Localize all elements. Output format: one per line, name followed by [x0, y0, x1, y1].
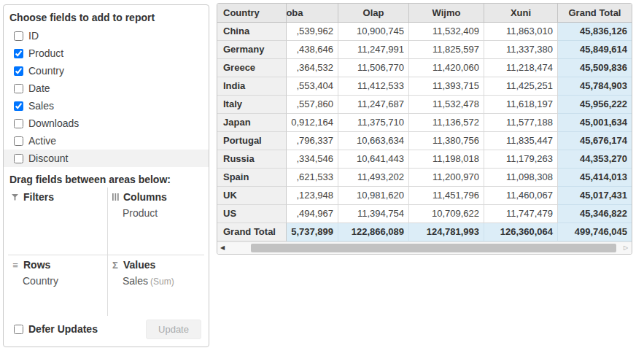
grid-cell[interactable]: 11,532,478 — [409, 96, 484, 114]
grid-cell[interactable]: 126,360,064 — [484, 223, 558, 241]
grid-cell[interactable]: ,553,404 — [287, 77, 338, 96]
grid-cell[interactable]: ,438,646 — [287, 41, 338, 59]
grid-cell[interactable]: ,557,860 — [287, 96, 338, 114]
scroll-left-arrow-icon[interactable]: ◀ — [217, 242, 228, 254]
grid-cell[interactable]: 11,394,754 — [338, 205, 409, 223]
grid-cell[interactable]: 499,746,045 — [558, 223, 632, 241]
grid-cell[interactable]: 10,981,620 — [338, 187, 409, 205]
field-item-id[interactable]: ID — [4, 27, 209, 44]
grid-row-header[interactable]: China — [217, 23, 287, 41]
grid-row-header[interactable]: Russia — [217, 150, 287, 169]
area-field-sales[interactable]: Sales(Sum) — [123, 274, 201, 290]
grid-column-header-aoba[interactable]: Aoba — [287, 4, 338, 22]
grid-cell[interactable]: ,539,962 — [287, 23, 338, 41]
grid-cell[interactable]: 11,532,409 — [409, 23, 484, 41]
grid-cell[interactable]: 44,353,270 — [558, 150, 632, 169]
grid-cell[interactable]: 10,663,634 — [338, 132, 409, 150]
field-item-discount[interactable]: Discount — [4, 150, 209, 167]
field-item-date[interactable]: Date — [4, 80, 209, 97]
grid-cell[interactable]: 11,337,380 — [484, 41, 558, 59]
grid-cell[interactable]: 11,825,597 — [409, 41, 484, 59]
grid-cell[interactable]: ,123,948 — [287, 187, 338, 205]
grid-row-header[interactable]: Portugal — [217, 132, 287, 150]
grid-cell[interactable]: 11,493,202 — [338, 169, 409, 187]
grid-cell[interactable]: 45,676,174 — [558, 132, 632, 150]
grid-cell[interactable]: 11,247,687 — [338, 96, 409, 114]
grid-cell[interactable]: 11,863,010 — [484, 23, 558, 41]
grid-cell[interactable]: 45,509,836 — [558, 59, 632, 77]
grid-row-header[interactable]: Germany — [217, 41, 287, 59]
grid-row-header[interactable]: Japan — [217, 114, 287, 132]
grid-column-header-wijmo[interactable]: Wijmo — [409, 4, 484, 22]
grid-cell[interactable]: 11,577,188 — [484, 114, 558, 132]
grid-cell[interactable]: 11,420,060 — [409, 59, 484, 77]
grid-horizontal-scrollbar[interactable]: ◀ ▷ — [217, 241, 632, 254]
field-item-downloads[interactable]: Downloads — [4, 115, 209, 132]
field-item-country[interactable]: Country — [4, 62, 209, 80]
field-checkbox-product[interactable] — [14, 49, 23, 58]
grid-cell[interactable]: 5,737,899 — [287, 223, 338, 241]
grid-row-header[interactable]: UK — [217, 187, 287, 205]
grid-row-header[interactable]: Spain — [217, 169, 287, 187]
grid-cell[interactable]: 11,198,018 — [409, 150, 484, 169]
grid-cell[interactable]: 45,956,222 — [558, 96, 632, 114]
values-area[interactable]: Σ Values Sales(Sum) — [108, 255, 204, 316]
grid-cell[interactable]: 11,506,770 — [338, 59, 409, 77]
grid-cell[interactable]: 11,375,710 — [338, 114, 409, 132]
grid-row-header[interactable]: India — [217, 77, 287, 96]
field-checkbox-country[interactable] — [14, 66, 23, 76]
area-field-country[interactable]: Country — [23, 274, 104, 289]
grid-cell[interactable]: 11,247,991 — [338, 41, 409, 59]
grid-cell[interactable]: 11,380,756 — [409, 132, 484, 150]
grid-cell[interactable]: 45,017,431 — [558, 187, 632, 205]
grid-cell[interactable]: 11,200,970 — [409, 169, 484, 187]
defer-updates-checkbox[interactable] — [14, 325, 23, 334]
grid-cell[interactable]: ,494,967 — [287, 205, 338, 223]
grid-cell[interactable]: ,334,546 — [287, 150, 338, 169]
field-item-sales[interactable]: Sales — [4, 97, 209, 115]
field-checkbox-discount[interactable] — [14, 154, 23, 163]
grid-row-header[interactable]: US — [217, 205, 287, 223]
field-checkbox-sales[interactable] — [14, 101, 23, 111]
grid-cell[interactable]: ,621,533 — [287, 169, 338, 187]
field-item-product[interactable]: Product — [4, 44, 209, 62]
grid-cell[interactable]: 11,460,067 — [484, 187, 558, 205]
grid-cell[interactable]: 11,179,263 — [484, 150, 558, 169]
area-field-product[interactable]: Product — [123, 206, 201, 221]
field-checkbox-date[interactable] — [14, 84, 23, 93]
rows-area[interactable]: ≡ Rows Country — [8, 255, 108, 316]
grid-cell[interactable]: 11,451,796 — [409, 187, 484, 205]
grid-cell[interactable]: 45,346,822 — [558, 205, 632, 223]
grid-cell[interactable]: 45,849,614 — [558, 41, 632, 59]
grid-cell[interactable]: 45,001,634 — [558, 114, 632, 132]
grid-cell[interactable]: 11,098,308 — [484, 169, 558, 187]
grid-cell[interactable]: 11,393,715 — [409, 77, 484, 96]
field-checkbox-id[interactable] — [14, 31, 23, 41]
scrollbar-thumb[interactable] — [251, 244, 616, 252]
grid-column-header-grand-total[interactable]: Grand Total — [558, 4, 632, 22]
grid-cell[interactable]: 11,136,572 — [409, 114, 484, 132]
grid-row-header[interactable]: Greece — [217, 59, 287, 77]
grid-cell[interactable]: 11,747,479 — [484, 205, 558, 223]
field-checkbox-downloads[interactable] — [14, 119, 23, 128]
grid-cell[interactable]: 11,412,533 — [338, 77, 409, 96]
grid-column-header-xuni[interactable]: Xuni — [484, 4, 558, 22]
grid-column-header-olap[interactable]: Olap — [338, 4, 409, 22]
update-button[interactable]: Update — [146, 320, 201, 339]
grid-cell[interactable]: 122,866,089 — [338, 223, 409, 241]
grid-cell[interactable]: 10,900,745 — [338, 23, 409, 41]
grid-row-header[interactable]: Grand Total — [217, 223, 287, 241]
grid-cell[interactable]: 11,618,197 — [484, 96, 558, 114]
grid-cell[interactable]: 45,836,126 — [558, 23, 632, 41]
grid-cell[interactable]: 11,218,474 — [484, 59, 558, 77]
grid-row-header[interactable]: Italy — [217, 96, 287, 114]
field-checkbox-active[interactable] — [14, 136, 23, 146]
grid-cell[interactable]: 11,425,251 — [484, 77, 558, 96]
grid-cell[interactable]: ,796,337 — [287, 132, 338, 150]
scroll-right-arrow-icon[interactable]: ▷ — [621, 242, 631, 254]
grid-cell[interactable]: 10,709,622 — [409, 205, 484, 223]
grid-cell[interactable]: 124,781,993 — [409, 223, 484, 241]
field-item-active[interactable]: Active — [4, 132, 209, 150]
grid-column-header-country[interactable]: Country — [217, 4, 287, 22]
grid-cell[interactable]: 45,414,013 — [558, 169, 632, 187]
